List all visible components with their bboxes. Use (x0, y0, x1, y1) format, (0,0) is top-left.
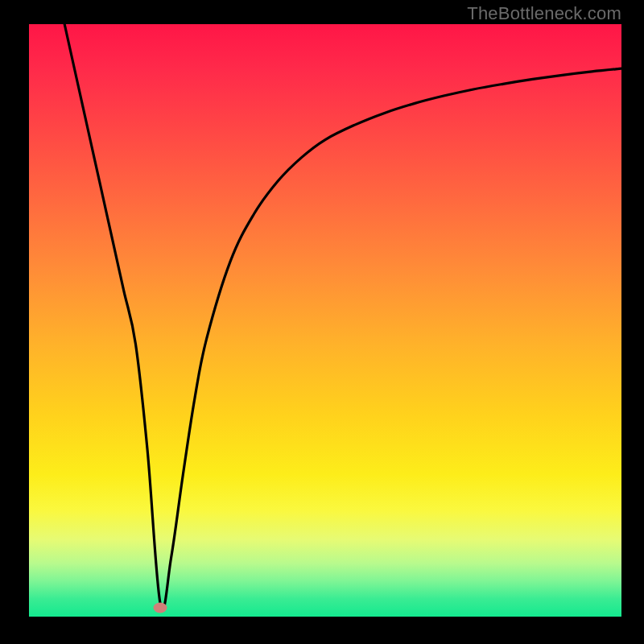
bottleneck-curve (64, 24, 621, 609)
curve-svg (29, 24, 621, 617)
chart-frame: TheBottleneck.com (0, 0, 644, 644)
watermark-text: TheBottleneck.com (467, 3, 621, 24)
plot-area (29, 24, 621, 617)
minimum-marker (154, 602, 167, 613)
